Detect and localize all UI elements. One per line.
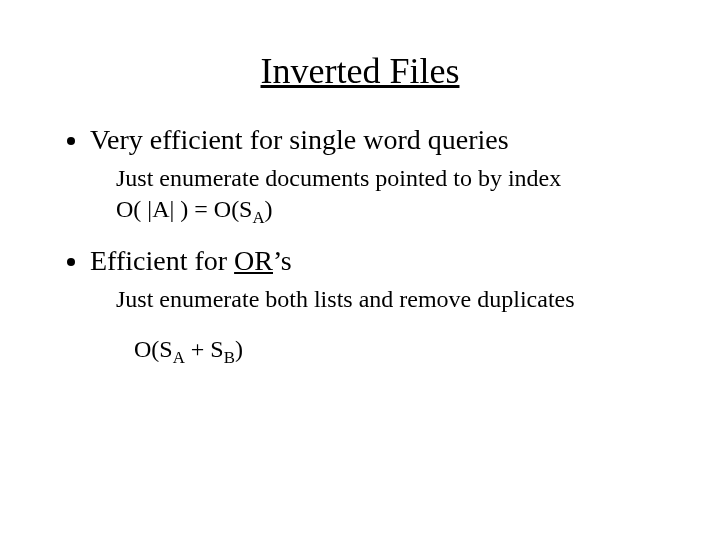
bullet-2-sub-line2-mid: + S — [185, 336, 224, 362]
bullet-1-text: Very efficient for single word queries — [90, 124, 509, 155]
bullet-2-prefix: Efficient for — [90, 245, 234, 276]
bullet-2-sub-line2-prefix: O(S — [134, 336, 173, 362]
slide-title: Inverted Files — [60, 50, 660, 92]
slide: Inverted Files Very efficient for single… — [0, 0, 720, 540]
bullet-1-sub-line1: Just enumerate documents pointed to by i… — [116, 165, 561, 191]
bullet-2-sub-line1: Just enumerate both lists and remove dup… — [116, 286, 575, 312]
bullet-list: Very efficient for single word queries J… — [60, 122, 660, 365]
bullet-2-underlined: OR — [234, 245, 273, 276]
bullet-1-sub-subscript: A — [252, 208, 264, 227]
bullet-1-sub-line2-prefix: O( |A| ) = O(S — [116, 196, 252, 222]
bullet-1-sub-line2-suffix: ) — [265, 196, 273, 222]
bullet-1: Very efficient for single word queries — [90, 122, 660, 157]
bullet-1-sub: Just enumerate documents pointed to by i… — [116, 163, 660, 225]
bullet-2-sub-line1-wrap: Just enumerate both lists and remove dup… — [116, 284, 660, 315]
bullet-2: Efficient for OR’s — [90, 243, 660, 278]
bullet-2-sub-line2-wrap: O(SA + SB) — [134, 334, 660, 365]
bullet-2-suffix: ’s — [273, 245, 292, 276]
bullet-2-sub-line2-suffix: ) — [235, 336, 243, 362]
bullet-2-sub-subscript-b: B — [224, 347, 235, 366]
bullet-2-sub-subscript-a: A — [173, 347, 185, 366]
